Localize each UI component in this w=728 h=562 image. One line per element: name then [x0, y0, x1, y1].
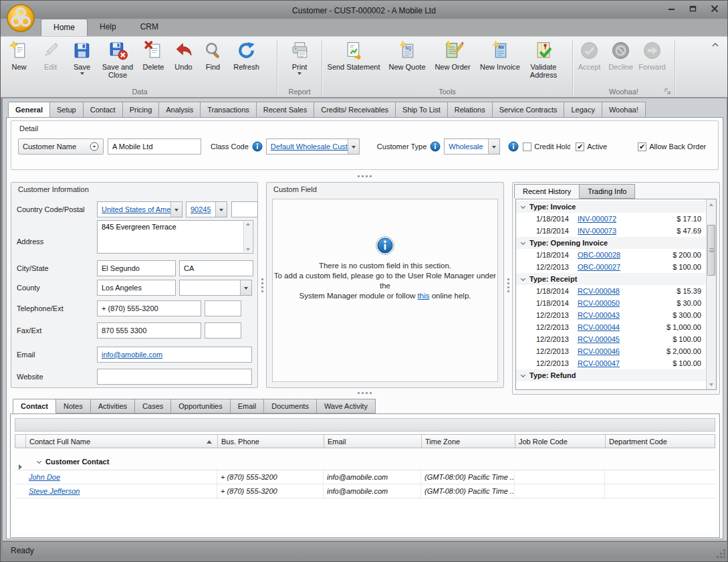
tab-general[interactable]: General [8, 102, 50, 118]
decline-button[interactable]: Decline [605, 38, 636, 86]
edit-button[interactable]: Edit [35, 38, 66, 86]
customer-name-input[interactable] [108, 138, 201, 155]
contact-name-link[interactable]: John Doe [29, 473, 60, 481]
vertical-splitter[interactable] [505, 272, 511, 298]
tab-relations[interactable]: Relations [448, 102, 493, 118]
email-input[interactable]: info@amobile.com [97, 347, 252, 363]
restore-button[interactable] [687, 3, 699, 14]
history-group-row[interactable]: Type: Invoice [516, 201, 705, 213]
class-code-info-icon[interactable] [252, 141, 263, 152]
ribbon-collapse-icon[interactable] [711, 39, 719, 51]
tab-setup[interactable]: Setup [50, 102, 84, 118]
tab-contact[interactable]: Contact [84, 102, 123, 118]
save-dropdown-icon[interactable] [80, 72, 84, 75]
undo-button[interactable]: Undo [169, 38, 198, 86]
tab-woohaa[interactable]: Woohaa! [602, 102, 646, 118]
fax-input[interactable] [97, 322, 201, 339]
column-header-bus-phone[interactable]: Bus. Phone [218, 435, 324, 448]
fax-ext-input[interactable] [205, 322, 241, 339]
validate-address-button[interactable]: Validate Address [525, 38, 562, 86]
ribbon-tab-crm[interactable]: CRM [128, 19, 170, 36]
tab-analysis[interactable]: Analysis [159, 102, 201, 118]
contact-name-link[interactable]: Steve Jefferson [29, 487, 80, 495]
tab-opportunities[interactable]: Opportunities [171, 399, 230, 413]
save-and-close-button[interactable]: Save and Close [98, 38, 138, 86]
address-scrollbar[interactable] [243, 221, 252, 252]
vertical-splitter[interactable] [259, 272, 265, 298]
horizontal-splitter[interactable] [7, 173, 723, 179]
document-link[interactable]: RCV-000046 [578, 347, 639, 355]
document-link[interactable]: RCV-000050 [578, 299, 639, 307]
state-input[interactable] [179, 260, 253, 276]
title-bar[interactable]: Customer - CUST-000002 - A Mobile Ltd [1, 1, 727, 19]
postal-combo[interactable]: 90245 [186, 201, 227, 217]
save-button[interactable]: Save [66, 38, 98, 86]
tab-credits-receivables[interactable]: Credits/ Receivables [314, 102, 396, 118]
tab-recent-history[interactable]: Recent History [514, 184, 580, 199]
tab-wave-activity[interactable]: Wave Activity [317, 399, 376, 413]
minimize-button[interactable] [666, 3, 678, 14]
customer-name-selector-button[interactable]: Customer Name [18, 138, 104, 155]
county-input[interactable] [97, 280, 176, 296]
tab-trading-info[interactable]: Trading Info [580, 184, 635, 199]
credit-hold-checkbox[interactable]: Credit Hold [523, 143, 570, 151]
column-header-time-zone[interactable]: Time Zone [422, 435, 515, 448]
horizontal-splitter[interactable] [7, 389, 723, 396]
history-group-row[interactable]: Type: Receipt [516, 273, 705, 285]
document-link[interactable]: OBC-000028 [578, 251, 639, 259]
document-link[interactable]: OBC-000027 [578, 263, 639, 271]
document-link[interactable]: INV-000072 [578, 215, 639, 223]
print-dropdown-icon[interactable] [297, 72, 301, 75]
column-header-job-role-code[interactable]: Job Role Code [515, 435, 606, 448]
resize-grip[interactable] [716, 549, 725, 558]
customer-type-combo[interactable]: Wholesale [444, 138, 500, 155]
dialog-launcher-icon[interactable] [664, 88, 671, 97]
website-input[interactable] [97, 369, 252, 385]
close-button[interactable] [709, 3, 721, 14]
recent-history-scrollbar[interactable] [706, 199, 716, 389]
credit-hold-info-icon[interactable] [508, 141, 519, 152]
tab-service-contracts[interactable]: Service Contracts [493, 102, 565, 118]
document-link[interactable]: RCV-000044 [578, 323, 639, 331]
country-combo[interactable]: United States of Amer [97, 201, 183, 217]
tab-ship-to-list[interactable]: Ship To List [396, 102, 448, 118]
send-statement-button[interactable]: Send Statement [323, 38, 384, 86]
column-header-department-code[interactable]: Department Code [606, 435, 715, 448]
document-link[interactable]: RCV-000045 [578, 335, 639, 343]
history-group-row[interactable]: Type: Refund [516, 369, 705, 381]
tab-pricing[interactable]: Pricing [123, 102, 160, 118]
document-link[interactable]: RCV-000043 [578, 311, 639, 319]
active-checkbox[interactable]: ✔ Active [576, 143, 607, 151]
app-logo-icon[interactable] [5, 3, 36, 33]
tab-notes[interactable]: Notes [56, 399, 91, 413]
document-link[interactable]: RCV-000047 [578, 359, 639, 367]
tab-legacy[interactable]: Legacy [564, 102, 602, 118]
history-group-row[interactable]: Type: Opening Invoice [516, 237, 705, 249]
class-code-combo[interactable]: Default Wholesale Custom [266, 138, 360, 155]
county-combo[interactable] [179, 280, 252, 296]
forward-button[interactable]: Forward [636, 38, 668, 86]
allow-back-order-checkbox[interactable]: ✔ Allow Back Order [638, 143, 706, 151]
new-quote-button[interactable]: SQ New Quote [384, 38, 430, 86]
accept-button[interactable]: Accept [574, 38, 605, 86]
refresh-button[interactable]: Refresh [228, 38, 265, 86]
print-button[interactable]: Print [282, 38, 317, 86]
tab-email[interactable]: Email [231, 399, 265, 413]
ribbon-tab-home[interactable]: Home [41, 19, 88, 36]
city-input[interactable] [97, 260, 176, 276]
new-button[interactable]: New [3, 38, 35, 86]
tab-activities[interactable]: Activities [91, 399, 135, 413]
address-textarea[interactable]: 845 Evergreen Terrace [97, 220, 253, 254]
telephone-ext-input[interactable] [205, 300, 241, 316]
postal-suffix-input[interactable] [231, 201, 258, 217]
contact-group-row[interactable]: Customer Contact [15, 448, 715, 470]
tab-transactions[interactable]: Transactions [201, 102, 257, 118]
tab-contact-grid[interactable]: Contact [13, 399, 56, 413]
ribbon-tab-help[interactable]: Help [88, 19, 128, 36]
delete-button[interactable]: Delete [138, 38, 169, 86]
tab-recent-sales[interactable]: Recent Sales [257, 102, 314, 118]
telephone-input[interactable] [97, 300, 201, 316]
document-link[interactable]: RCV-000048 [578, 287, 639, 295]
new-invoice-button[interactable]: NV New Invoice [475, 38, 525, 86]
document-link[interactable]: INV-000073 [578, 227, 639, 235]
